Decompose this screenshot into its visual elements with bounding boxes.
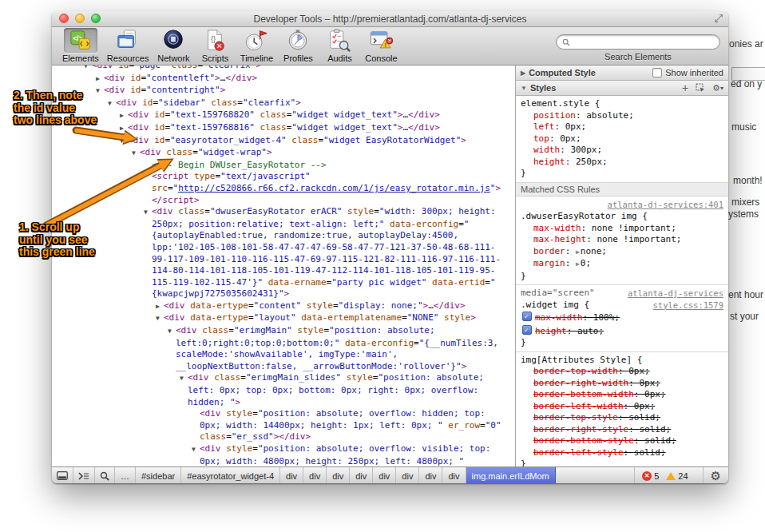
css-selector[interactable]: element.style { — [521, 98, 600, 110]
expand-property-icon[interactable]: ▶ — [576, 260, 580, 268]
settings-gear-button[interactable]: ⚙ — [703, 467, 728, 483]
disclosure-open-icon[interactable]: ▼ — [156, 313, 164, 325]
disclosure-closed-icon[interactable]: ▶ — [120, 110, 128, 122]
dom-tree-line[interactable]: ▼<div class="erimgMain_slides" style="po… — [52, 372, 505, 408]
dom-tree-line[interactable]: <div style="position: absolute; overflow… — [52, 408, 505, 443]
dom-tree-line[interactable]: ▼<div style="position: absolute; overflo… — [52, 443, 505, 466]
dom-tree-line[interactable]: ▼<div id="page" class="clearfix"> — [52, 66, 505, 73]
disclosure-open-icon[interactable]: ▼ — [192, 444, 200, 456]
dom-tree-line[interactable]: ▼<div data-ertype="layout" data-ertempla… — [52, 312, 505, 325]
zoom-button[interactable] — [91, 14, 101, 23]
disclosure-open-icon[interactable]: ▼ — [108, 98, 116, 110]
disclosure-open-icon[interactable]: ▼ — [96, 85, 104, 97]
stylesheet-link[interactable]: atlanta-dj-services — [628, 288, 723, 300]
css-property[interactable]: border: ▶none; — [521, 246, 723, 259]
css-rule[interactable]: media="screen"atlanta-dj-services.widget… — [516, 285, 728, 352]
breadcrumb-item[interactable]: div — [327, 467, 350, 483]
minimize-button[interactable] — [75, 14, 85, 23]
css-selector[interactable]: .widget img { — [521, 300, 589, 312]
tool-timeline[interactable]: Timeline — [240, 28, 273, 63]
disclosure-open-icon[interactable]: ▼ — [132, 148, 140, 160]
console-badges[interactable]: ✕ 5 24 — [634, 467, 702, 483]
dom-tree-line[interactable]: <!-- Begin DWUser_EasyRotator --> — [52, 160, 505, 172]
breadcrumb-item[interactable]: div — [280, 467, 303, 483]
breadcrumb-item[interactable]: div — [303, 467, 327, 483]
property-checkbox-checked-icon[interactable] — [522, 312, 532, 321]
tool-audits[interactable]: Audits — [323, 28, 356, 63]
breadcrumb-item-selected[interactable]: img.main.erILdMom — [466, 467, 556, 483]
tool-resources[interactable]: Resources — [107, 28, 149, 63]
property-checkbox-checked-icon[interactable] — [522, 325, 532, 335]
css-property[interactable]: border-bottom-style: solid; — [521, 435, 723, 447]
css-property[interactable]: height: 250px; — [521, 157, 723, 169]
css-rule[interactable]: element.style {position: absolute;left: … — [516, 96, 728, 183]
close-button[interactable] — [59, 14, 69, 23]
computed-style-header[interactable]: ▶ Computed Style Show inherited — [516, 66, 728, 81]
show-inherited-checkbox[interactable] — [652, 68, 662, 77]
tool-scripts[interactable]: {}Scripts — [198, 28, 232, 63]
css-property[interactable]: border-right-width: 0px; — [521, 378, 723, 390]
disclosure-open-icon[interactable]: ▼ — [84, 66, 92, 73]
tool-console[interactable]: !Console — [364, 28, 398, 63]
css-property[interactable]: border-bottom-width: 0px; — [521, 389, 723, 401]
dom-tree-line[interactable]: ▶<div id="text-159768820" class="widget … — [52, 109, 505, 122]
element-state-picker-icon[interactable] — [696, 83, 705, 93]
disclosure-closed-icon[interactable]: ▶ — [96, 73, 104, 85]
css-property[interactable]: max-width: 100%; — [521, 311, 723, 324]
tool-network[interactable]: Network — [157, 28, 190, 63]
css-property[interactable]: width: 300px; — [521, 145, 723, 157]
css-property[interactable]: border-top-style: solid; — [521, 412, 723, 424]
styles-gear-icon[interactable]: ⚙▾ — [712, 83, 723, 93]
search-input[interactable] — [573, 37, 714, 48]
disclosure-open-icon[interactable]: ▼ — [180, 373, 188, 385]
tool-elements[interactable]: </>Elements — [62, 28, 99, 63]
css-property[interactable]: margin: ▶0; — [521, 258, 723, 271]
dom-tree-line[interactable]: ▶<div id="contentleft">…</div> — [52, 73, 505, 85]
dom-tree-line[interactable]: ▼<div id="easyrotator_widget-4" class="w… — [52, 135, 505, 148]
dock-side-button[interactable] — [52, 467, 73, 483]
disclosure-open-icon[interactable]: ▼ — [120, 136, 128, 148]
breadcrumb-item[interactable]: div — [419, 467, 442, 483]
css-property[interactable]: position: absolute; — [521, 110, 723, 122]
css-rule[interactable]: img[Attributes Style] {border-top-width:… — [516, 352, 728, 467]
dom-tree-line[interactable]: <script type="text/javascript" src="http… — [52, 171, 505, 206]
disclosure-closed-icon[interactable]: ▶ — [521, 69, 525, 77]
css-selector[interactable]: img[Attributes Style] { — [521, 355, 642, 367]
css-property[interactable]: border-left-style: solid; — [521, 447, 723, 459]
disclosure-open-icon[interactable]: ▼ — [521, 85, 527, 92]
console-toggle-button[interactable] — [73, 467, 95, 483]
breadcrumb-item[interactable]: div — [442, 467, 466, 483]
tool-profiles[interactable]: Profiles — [281, 28, 315, 63]
dom-tree-line[interactable]: ▼<div class="widget-wrap"> — [52, 147, 505, 160]
disclosure-closed-icon[interactable]: ▶ — [120, 123, 128, 135]
breadcrumb-item[interactable]: … — [115, 467, 136, 483]
dom-tree-line[interactable]: ▼<div id="contentright"> — [52, 85, 505, 97]
css-property[interactable]: top: 0px; — [521, 133, 723, 145]
search-scope-button[interactable] — [95, 467, 115, 483]
css-property[interactable]: border-left-width: 0px; — [521, 401, 723, 413]
styles-header[interactable]: ▼ Styles + ⚙▾ — [516, 81, 728, 96]
stylesheet-link[interactable]: style.css:1579 — [652, 300, 723, 312]
breadcrumb-item[interactable]: #sidebar — [136, 467, 181, 483]
resize-icon[interactable]: ⤢ — [715, 12, 723, 25]
expand-property-icon[interactable]: ▶ — [576, 248, 580, 256]
dom-tree-line[interactable]: ▶<div data-ertype="content" style="displ… — [52, 300, 505, 313]
css-property[interactable]: border-top-width: 0px; — [521, 366, 723, 378]
breadcrumb-item[interactable]: #easyrotator_widget-4 — [181, 467, 280, 483]
new-style-rule-button[interactable]: + — [682, 81, 688, 94]
css-rule[interactable]: atlanta-dj-services:401.dwuserEasyRotato… — [516, 197, 728, 286]
disclosure-closed-icon[interactable]: ▶ — [156, 301, 164, 313]
css-property[interactable]: max-width: none !important; — [521, 223, 723, 235]
dom-tree-line[interactable]: ▶<div id="text-159768816" class="widget … — [52, 122, 505, 135]
disclosure-open-icon[interactable]: ▼ — [144, 207, 152, 219]
search-field[interactable] — [556, 34, 720, 50]
css-property[interactable]: left: 0px; — [521, 121, 723, 133]
css-property[interactable]: max-height: none !important; — [521, 234, 723, 246]
breadcrumb-item[interactable]: div — [396, 467, 419, 483]
breadcrumb-item[interactable]: div — [373, 467, 396, 483]
css-property[interactable]: border-right-style: solid; — [521, 424, 723, 436]
dom-tree-line[interactable]: ▼<div class="erimgMain" style="position:… — [52, 325, 505, 372]
css-selector[interactable]: .dwuserEasyRotator img { — [521, 211, 648, 223]
css-property[interactable]: height: auto; — [521, 324, 723, 338]
stylesheet-link[interactable]: atlanta-dj-services:401 — [608, 200, 723, 209]
